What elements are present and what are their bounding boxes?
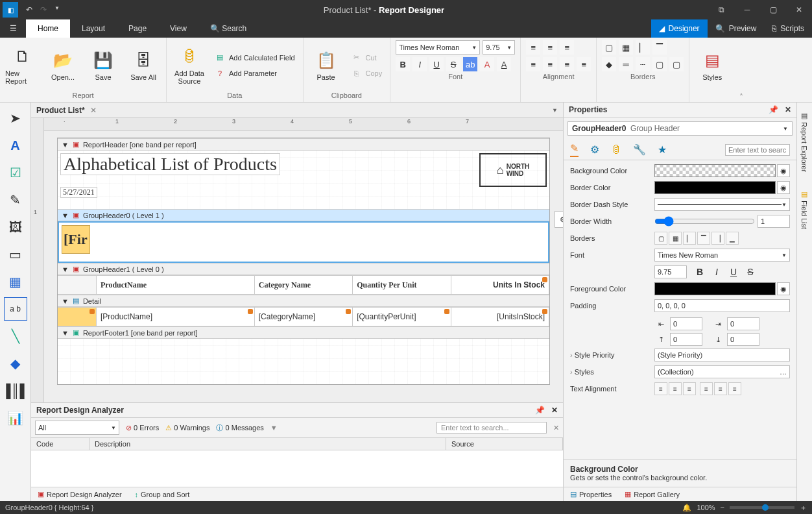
border-more1[interactable]: ▢ <box>652 57 667 71</box>
border-right-btn[interactable]: ▕ <box>711 232 724 245</box>
align-left[interactable]: ≡ <box>526 57 540 71</box>
tab-field-list[interactable]: ▤ Field List <box>799 188 810 232</box>
border-none[interactable]: ▢ <box>602 40 616 55</box>
band-reportheader-header[interactable]: ▼ ▣ ReportHeader [one band per report] <box>58 138 549 151</box>
border-color[interactable]: ◆ <box>602 57 616 71</box>
font-bold-btn[interactable]: B <box>693 267 706 277</box>
mode-designer[interactable]: ◢Designer <box>651 19 708 38</box>
add-data-source-button[interactable]: 🛢Add Data Source <box>172 46 207 85</box>
cut-button[interactable]: ✂Cut <box>349 51 385 64</box>
tab-drop-icon[interactable]: ▼ <box>552 107 558 114</box>
tool-table[interactable]: ▦ <box>4 270 27 293</box>
pin-icon[interactable]: 📌 <box>769 105 778 114</box>
border-all-btn[interactable]: ▦ <box>669 232 682 245</box>
copy-button[interactable]: ⎘Copy <box>349 67 385 80</box>
document-tab[interactable]: Product List* <box>36 106 85 115</box>
tab-analyzer[interactable]: ▣Report Design Analyzer <box>31 487 128 501</box>
band-smart-tag-button[interactable]: ⚙ <box>555 211 563 228</box>
styles-button[interactable]: ▤Styles <box>695 50 730 81</box>
tab-properties[interactable]: ▤Properties <box>564 487 618 501</box>
font-strike-btn[interactable]: S <box>744 267 757 277</box>
align-top-left[interactable]: ≡ <box>526 40 540 55</box>
properties-search[interactable] <box>725 144 790 156</box>
prop-forecolor-picker[interactable]: ◉ <box>777 282 790 295</box>
border-left[interactable]: ▏ <box>636 40 650 55</box>
prop-backcolor-value[interactable] <box>654 164 776 177</box>
tool-richtext[interactable]: ✎ <box>4 188 27 212</box>
prop-styles-value[interactable]: (Collection)… <box>654 365 790 378</box>
zoom-in-icon[interactable]: ＋ <box>800 503 807 513</box>
prop-stylepriority-value[interactable]: (Style Priority) <box>654 349 790 361</box>
clear-search-icon[interactable]: ✕ <box>553 424 559 432</box>
minimize-button[interactable]: ─ <box>734 0 760 19</box>
filter-icon[interactable]: ▼ <box>270 424 278 432</box>
warnings-count[interactable]: ⚠ 0 Warnings <box>165 424 209 432</box>
proptab-favorites-icon[interactable]: ★ <box>658 143 667 156</box>
border-none-btn[interactable]: ▢ <box>654 232 667 245</box>
report-title-field[interactable]: Alphabetical List of Products <box>60 153 280 175</box>
tab-view[interactable]: View <box>158 19 198 38</box>
col-description[interactable]: Description <box>90 438 446 450</box>
strike-button[interactable]: S <box>446 57 460 71</box>
app-menu-icon[interactable]: ☰ <box>0 19 26 38</box>
band-groupheader1-body[interactable]: ProductName Category Name Quantity Per U… <box>58 275 549 295</box>
ta-tr[interactable]: ≡ <box>683 382 696 395</box>
add-calc-field-button[interactable]: ▤Add Calculated Field <box>212 51 298 64</box>
prop-font-combo[interactable]: Times New Roman▼ <box>654 249 790 262</box>
border-left-btn[interactable]: ▏ <box>683 232 696 245</box>
band-reportfooter-body[interactable] <box>58 339 549 384</box>
col-units[interactable]: Units In Stock <box>451 276 549 294</box>
prop-borderdash-combo[interactable]: ▼ <box>654 198 790 211</box>
messages-count[interactable]: ⓘ 0 Messages <box>216 423 263 433</box>
tab-report-explorer[interactable]: ▤ Report Explorer <box>799 109 810 175</box>
prop-backcolor-picker[interactable]: ◉ <box>777 164 790 177</box>
properties-object-selector[interactable]: GroupHeader0 Group Header ▼ <box>567 121 793 136</box>
bold-button[interactable]: B <box>396 57 410 71</box>
first-letter-cell[interactable]: [Fir <box>62 225 90 254</box>
band-detail-header[interactable]: ▼ ▤ Detail <box>58 295 549 307</box>
align-top-center[interactable]: ≡ <box>543 40 557 55</box>
tab-layout[interactable]: Layout <box>70 19 117 38</box>
proptab-behavior-icon[interactable]: ⚙ <box>590 143 599 156</box>
collapse-icon[interactable]: ▼ <box>62 297 69 305</box>
font-family-combo[interactable]: Times New Roman▼ <box>396 40 480 55</box>
mode-preview[interactable]: 🔍Preview <box>708 19 765 38</box>
col-category[interactable]: Category Name <box>255 276 353 294</box>
border-top-btn[interactable]: ▔ <box>697 232 710 245</box>
close-button[interactable]: ✕ <box>786 0 812 19</box>
close-tab-icon[interactable]: ✕ <box>90 106 97 115</box>
underline-button[interactable]: U <box>429 57 444 71</box>
report-date-field[interactable]: 5/27/2021 <box>60 187 97 198</box>
ta-tl[interactable]: ≡ <box>654 382 667 395</box>
border-top[interactable]: ▔ <box>652 40 667 55</box>
tool-pointer[interactable]: ➤ <box>4 106 27 130</box>
prop-stylepriority-label[interactable]: › Style Priority <box>570 351 654 359</box>
saveall-button[interactable]: 🗄Save All <box>126 50 161 81</box>
band-detail-body[interactable]: [ProductName] [CategoryName] [QuantityPe… <box>58 307 549 326</box>
tab-home[interactable]: Home <box>26 19 70 38</box>
pad-top-input[interactable]: 0 <box>670 333 702 346</box>
tab-page[interactable]: Page <box>117 19 158 38</box>
col-source[interactable]: Source <box>446 438 563 450</box>
tool-chart[interactable]: 📊 <box>4 406 27 430</box>
prop-padding-input[interactable]: 0, 0, 0, 0 <box>654 299 790 312</box>
col-code[interactable]: Code <box>31 438 90 450</box>
notification-icon[interactable]: 🔔 <box>682 504 691 512</box>
pad-left-input[interactable]: 0 <box>670 317 702 330</box>
proptab-appearance-icon[interactable]: ✎ <box>570 142 579 157</box>
forecolor-button[interactable]: A <box>480 57 494 71</box>
layout-options-icon[interactable]: ⧉ <box>708 5 734 14</box>
pin-icon[interactable]: 📌 <box>535 406 545 415</box>
prop-bordercolor-picker[interactable]: ◉ <box>777 181 790 194</box>
maximize-button[interactable]: ▢ <box>760 0 786 19</box>
ta-ml[interactable]: ≡ <box>700 382 713 395</box>
tab-group-sort[interactable]: ↕Group and Sort <box>128 487 197 501</box>
tool-shape[interactable]: ◆ <box>4 352 27 375</box>
align-top-right[interactable]: ≡ <box>560 40 574 55</box>
prop-forecolor-value[interactable] <box>654 282 776 295</box>
ta-mc[interactable]: ≡ <box>714 382 727 395</box>
add-parameter-button[interactable]: ?Add Parameter <box>212 67 298 80</box>
ta-tc[interactable]: ≡ <box>669 382 682 395</box>
band-groupheader1-header[interactable]: ▼ ▣ GroupHeader1 ( Level 0 ) <box>58 263 549 275</box>
analyzer-filter-combo[interactable]: All▼ <box>35 421 119 435</box>
